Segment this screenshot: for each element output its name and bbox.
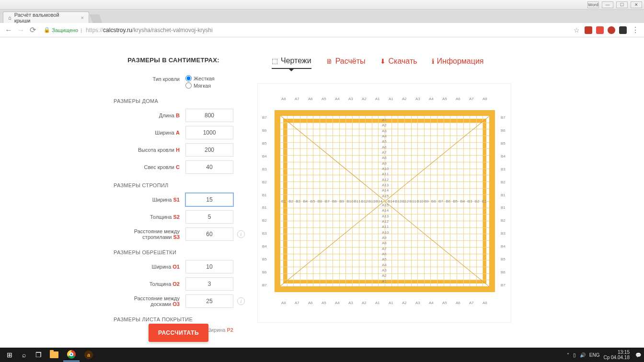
rafter-dist-label: Расстояние между стропилами S3 (114, 228, 180, 240)
info-icon[interactable]: i (237, 297, 245, 305)
rafter-label: B11 (354, 199, 360, 204)
extension-icons (585, 26, 627, 34)
outer-label: A3 (348, 301, 353, 305)
rafter-dist-input[interactable] (185, 227, 233, 241)
lath-thick-input[interactable] (185, 277, 233, 291)
outer-label: B3 (501, 231, 506, 236)
outer-label: A3 (415, 97, 420, 101)
rafter-label: A5 (382, 257, 387, 261)
outer-label: B6 (262, 128, 267, 133)
rafter-label: B6 (318, 199, 322, 204)
rafter-label: A12 (382, 219, 389, 224)
rafter-thick-input[interactable] (185, 210, 233, 224)
tab-calculations[interactable]: 🗎Расчёты (326, 57, 366, 68)
calculate-button[interactable]: РАССЧИТАТЬ (149, 324, 208, 342)
address-bar[interactable]: 🔒 Защищено | https://calcstroy.ru/krysha… (41, 25, 569, 35)
outer-label: B6 (501, 270, 506, 274)
rafter-label: A7 (382, 150, 387, 155)
rafter-label: A11 (382, 225, 389, 229)
browser-toolbar: ← → ⟳ 🔒 Защищено | https://calcstroy.ru/… (0, 23, 644, 37)
roof-type-soft[interactable]: Мягкая (185, 82, 233, 89)
result-panel: ⬚Чертежи 🗎Расчёты ⬇Скачать ℹИнформация A… (253, 57, 530, 337)
window-titlebar: Word — ☐ ✕ (0, 0, 644, 10)
rafter-width-input[interactable] (185, 193, 233, 206)
length-input[interactable] (185, 109, 233, 122)
lath-width-input[interactable] (185, 260, 233, 273)
radio-soft[interactable] (185, 82, 192, 89)
outer-label: A1 (389, 301, 393, 305)
outer-label: B7 (262, 115, 267, 120)
outer-label: A3 (415, 301, 420, 305)
radio-hard[interactable] (185, 75, 192, 81)
window-minimize[interactable]: — (602, 1, 613, 8)
grid-line (293, 116, 294, 286)
rafter-label: A10 (382, 230, 389, 235)
tab-title: Расчёт вальмовой крыши (14, 12, 76, 23)
menu-button[interactable]: ⋮ (632, 25, 639, 34)
outer-label: A5 (442, 301, 447, 305)
window-close[interactable]: ✕ (631, 1, 642, 8)
roof-type-row: Тип кровли Жесткая Мягкая (114, 75, 233, 90)
grid-line (444, 116, 444, 286)
rafter-label: A3 (382, 268, 387, 272)
extension-icon[interactable] (596, 26, 604, 34)
tab-close-icon[interactable]: × (81, 15, 84, 21)
adblock-icon[interactable] (608, 26, 615, 34)
outer-label: B7 (501, 283, 506, 287)
back-button[interactable]: ← (5, 26, 12, 34)
overhang-input[interactable] (185, 160, 233, 174)
rafter-label: B13 (395, 199, 402, 204)
rafter-label: A12 (382, 178, 389, 182)
reload-button[interactable]: ⟳ (30, 25, 36, 34)
rafter-label: B10 (346, 199, 353, 204)
outer-label: A7 (469, 301, 474, 305)
outer-label: B3 (262, 167, 267, 171)
window-maximize[interactable]: ☐ (616, 1, 628, 8)
rafter-label: B7 (325, 199, 330, 204)
browser-tab[interactable]: ⌂ Расчёт вальмовой крыши × (3, 11, 89, 23)
drawing-panel: A1A15A2A14A3A13A4A12A5A11A6A10A7A9A8A8A9… (257, 83, 511, 323)
outer-label: A5 (442, 97, 447, 101)
tab-download[interactable]: ⬇Скачать (380, 57, 417, 68)
forward-button[interactable]: → (17, 26, 25, 34)
outer-label: A8 (483, 97, 487, 101)
outer-label: B4 (262, 244, 267, 249)
width-input[interactable] (185, 126, 233, 139)
outer-label: A8 (483, 301, 487, 305)
rafter-label: B14 (388, 199, 394, 204)
rafter-label: A7 (382, 247, 387, 251)
overhang-label: Свес кровли C (114, 164, 180, 170)
lath-dist-input[interactable] (185, 294, 233, 308)
tab-info[interactable]: ℹИнформация (432, 57, 484, 68)
rafter-label: A9 (382, 236, 387, 240)
outer-label: A8 (281, 301, 286, 305)
outer-label: A2 (402, 97, 407, 101)
outer-label: A6 (456, 97, 460, 101)
info-icon[interactable]: i (237, 230, 245, 238)
outer-label: A4 (335, 97, 340, 101)
outer-label: A1 (389, 97, 393, 101)
lath-thick-label: Толщина O2 (114, 281, 180, 287)
roof-type-hard[interactable]: Жесткая (185, 75, 233, 81)
height-input[interactable] (185, 143, 233, 157)
tab-drawings[interactable]: ⬚Чертежи (272, 57, 311, 69)
form-panel: РАЗМЕРЫ В САНТИМЕТРАХ: Тип кровли Жестка… (114, 57, 233, 337)
section-rafters: РАЗМЕРЫ СТРОПИЛ (114, 182, 233, 188)
extension-icon[interactable] (619, 26, 627, 34)
info-icon: ℹ (432, 57, 434, 65)
result-tabs: ⬚Чертежи 🗎Расчёты ⬇Скачать ℹИнформация (253, 57, 530, 69)
section-sheet: РАЗМЕРЫ ЛИСТА ПОКРЫТИЕ (114, 317, 233, 322)
rafter-label: B2 (475, 199, 480, 204)
lath-dist-label: Расстояние между досками O3 (114, 295, 180, 307)
secure-badge: 🔒 Защищено | (44, 27, 83, 33)
rafter-label: B5 (310, 199, 315, 204)
rafter-label: A1 (382, 279, 387, 283)
outer-label: A5 (322, 97, 326, 101)
outer-label: A6 (456, 301, 460, 305)
new-tab-button[interactable] (90, 14, 103, 23)
extension-icon[interactable] (585, 26, 592, 34)
rafter-label: A5 (382, 139, 387, 144)
outer-label: B2 (262, 218, 267, 223)
bookmark-star-icon[interactable]: ☆ (574, 26, 580, 34)
rafter-label: A14 (382, 208, 389, 213)
